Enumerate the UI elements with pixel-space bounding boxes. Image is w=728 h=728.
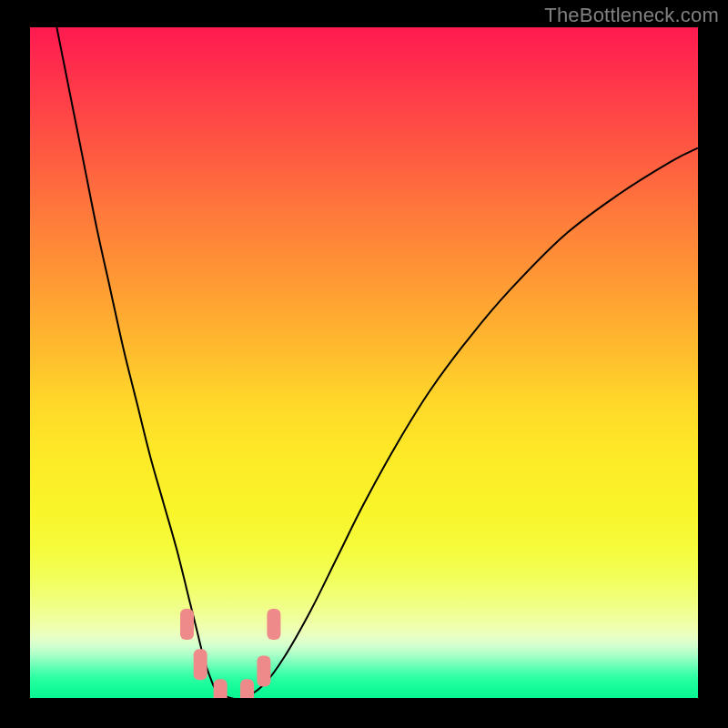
curve-svg (30, 27, 698, 698)
marker (214, 679, 228, 698)
watermark-text: TheBottleneck.com (544, 4, 719, 27)
marker (194, 649, 207, 680)
curve-line (56, 27, 698, 698)
marker (267, 609, 280, 640)
plot-area (30, 27, 698, 698)
marker (257, 656, 270, 687)
chart-root: TheBottleneck.com (0, 0, 728, 728)
marker (180, 609, 194, 640)
marker (240, 679, 254, 698)
